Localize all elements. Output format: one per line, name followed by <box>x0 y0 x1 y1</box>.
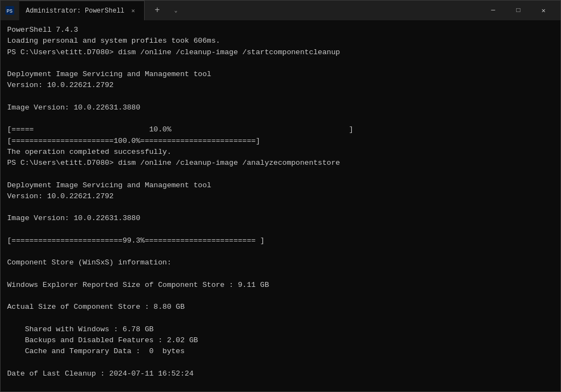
terminal-line: Image Version: 10.0.22631.3880 <box>7 103 140 112</box>
terminal-line: Deployment Image Servicing and Managemen… <box>7 181 211 189</box>
terminal-line: Shared with Windows : 6.78 GB <box>7 325 153 333</box>
active-tab[interactable]: Administrator: PowerShell ✕ <box>19 1 145 20</box>
close-button[interactable]: ✕ <box>531 1 556 20</box>
terminal-line: Actual Size of Component Store : 8.80 GB <box>7 303 185 311</box>
terminal-line: PS C:\Users\etitt.D7080> dism /online /c… <box>7 159 340 167</box>
terminal-line: Date of Last Cleanup : 2024-07-11 16:52:… <box>7 370 193 378</box>
terminal-line: Cache and Temporary Data : 0 bytes <box>7 347 185 355</box>
terminal-line: Backups and Disabled Features : 2.02 GB <box>7 336 198 344</box>
svg-text:PS: PS <box>7 9 13 14</box>
titlebar-left: PS Administrator: PowerShell ✕ + ⌄ <box>5 1 480 20</box>
powershell-icon: PS <box>5 5 15 15</box>
terminal-body[interactable]: PowerShell 7.4.3 Loading personal and sy… <box>1 20 560 391</box>
terminal-line: Deployment Image Servicing and Managemen… <box>7 70 211 78</box>
tab-label: Administrator: PowerShell <box>26 7 124 15</box>
maximize-button[interactable]: □ <box>506 1 531 20</box>
terminal-line: [===== 10.0% ] <box>7 125 353 134</box>
terminal-line: PS C:\Users\etitt.D7080> dism /online /c… <box>7 48 340 56</box>
terminal-line: Version: 10.0.22621.2792 <box>7 81 113 89</box>
terminal-line: Loading personal and system profiles too… <box>7 37 220 45</box>
new-tab-button[interactable]: + <box>149 2 165 19</box>
tab-close-button[interactable]: ✕ <box>129 7 138 15</box>
terminal-line: Windows Explorer Reported Size of Compon… <box>7 281 269 289</box>
terminal-line: [=======================100.0%==========… <box>7 137 260 145</box>
minimize-button[interactable]: ─ <box>480 1 506 20</box>
terminal-line: Version: 10.0.22621.2792 <box>7 192 113 200</box>
dropdown-button[interactable]: ⌄ <box>170 4 182 16</box>
terminal-line: The operation completed successfully. <box>7 148 171 156</box>
terminal-line: [=========================99.3%=========… <box>7 237 265 245</box>
powershell-window: PS Administrator: PowerShell ✕ + ⌄ ─ □ ✕… <box>0 0 561 392</box>
window-controls: ─ □ ✕ <box>480 1 556 20</box>
titlebar: PS Administrator: PowerShell ✕ + ⌄ ─ □ ✕ <box>1 1 560 20</box>
terminal-line: PowerShell 7.4.3 <box>7 26 78 34</box>
terminal-line: Image Version: 10.0.22631.3880 <box>7 214 140 222</box>
terminal-line: Component Store (WinSxS) information: <box>7 258 171 267</box>
